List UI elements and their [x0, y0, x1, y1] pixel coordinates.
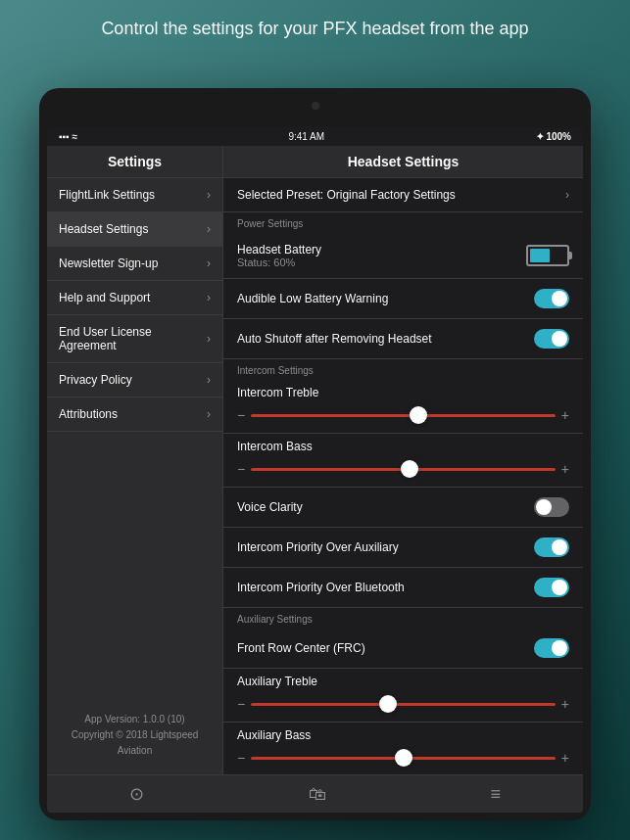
minus-icon: − [237, 750, 245, 766]
status-bar: ▪▪▪ ≈ 9:41 AM ✦ 100% [47, 127, 583, 146]
minus-icon: − [237, 461, 245, 477]
aux-bass-slider-wrap: − + [237, 750, 569, 766]
aux-treble-track[interactable] [251, 703, 556, 706]
tablet-frame: ▪▪▪ ≈ 9:41 AM ✦ 100% Settings Headset Se… [39, 88, 591, 820]
sidebar-item-flightlink[interactable]: FlightLink Settings › [47, 178, 222, 212]
plus-icon: + [561, 750, 569, 766]
tab-icon-bag[interactable]: 🛍 [309, 784, 326, 805]
intercom-bt-toggle[interactable] [534, 578, 569, 597]
aux-treble-label: Auxiliary Treble [237, 675, 569, 688]
intercom-settings-header: Intercom Settings [223, 359, 583, 380]
intercom-treble-thumb[interactable] [410, 406, 427, 424]
frc-toggle[interactable] [534, 638, 569, 658]
intercom-bt-row: Intercom Priority Over Bluetooth [223, 568, 583, 608]
aux-bass-label: Auxiliary Bass [237, 728, 569, 742]
intercom-aux-toggle[interactable] [534, 537, 569, 557]
intercom-bass-thumb[interactable] [401, 460, 418, 478]
battery-icon [526, 245, 569, 266]
aux-bass-thumb[interactable] [395, 749, 412, 767]
app-version: App Version: 1.0.0 (10) [59, 712, 211, 727]
minus-icon: − [237, 407, 245, 423]
nav-bar: Settings Headset Settings [47, 146, 583, 178]
battery-fill [530, 249, 550, 262]
sidebar-item-headset[interactable]: Headset Settings › [47, 212, 222, 247]
sidebar-item-attributions[interactable]: Attributions › [47, 397, 222, 432]
auto-shutoff-toggle[interactable] [534, 329, 569, 349]
auto-shutoff-row: Auto Shutoff after Removing Headset [223, 319, 583, 359]
sidebar-item-privacy[interactable]: Privacy Policy › [47, 363, 222, 397]
intercom-treble-label: Intercom Treble [237, 386, 569, 399]
intercom-bass-container: Intercom Bass − + [223, 434, 583, 488]
auxiliary-settings-header: Auxiliary Settings [223, 608, 583, 629]
chevron-icon: › [565, 188, 569, 202]
audible-battery-toggle[interactable] [534, 289, 569, 308]
aux-bass-track[interactable] [251, 757, 556, 760]
power-settings-header: Power Settings [223, 212, 583, 233]
sidebar-item-eula[interactable]: End User License Agreement › [47, 315, 222, 363]
voice-clarity-row: Voice Clarity [223, 488, 583, 528]
intercom-treble-track[interactable] [251, 414, 556, 417]
tab-icon-settings[interactable]: ⊙ [129, 783, 144, 805]
chevron-icon: › [207, 291, 211, 304]
plus-icon: + [561, 407, 569, 423]
sidebar-item-help[interactable]: Help and Support › [47, 281, 222, 315]
frc-row: Front Row Center (FRC) [223, 629, 583, 669]
chevron-icon: › [207, 222, 211, 236]
aux-treble-thumb[interactable] [379, 695, 397, 713]
tablet-screen: ▪▪▪ ≈ 9:41 AM ✦ 100% Settings Headset Se… [47, 127, 583, 813]
camera-dot [312, 102, 319, 110]
plus-icon: + [561, 696, 569, 712]
header-text: Control the settings for your PFX headse… [0, 0, 630, 54]
tab-bar: ⊙ 🛍 ≡ [47, 774, 583, 813]
chevron-icon: › [207, 257, 211, 270]
sidebar-item-newsletter[interactable]: Newsletter Sign-up › [47, 247, 222, 281]
selected-preset-row[interactable]: Selected Preset: Original Factory Settin… [223, 178, 583, 212]
aux-treble-container: Auxiliary Treble − + [223, 669, 583, 723]
nav-right-title: Headset Settings [223, 146, 583, 177]
tab-icon-menu[interactable]: ≡ [491, 784, 502, 805]
chevron-icon: › [207, 373, 211, 387]
voice-clarity-toggle[interactable] [534, 497, 569, 517]
sidebar-footer: App Version: 1.0.0 (10) Copyright © 2018… [47, 696, 222, 774]
right-panel: Selected Preset: Original Factory Settin… [223, 178, 583, 774]
headset-battery-row: Headset Battery Status: 60% [223, 233, 583, 279]
clock: 9:41 AM [288, 131, 324, 142]
intercom-bass-slider-wrap: − + [237, 461, 569, 477]
sidebar: FlightLink Settings › Headset Settings ›… [47, 178, 223, 774]
content-area: FlightLink Settings › Headset Settings ›… [47, 178, 583, 774]
chevron-icon: › [207, 332, 211, 346]
signal-indicator: ▪▪▪ ≈ [59, 131, 77, 142]
intercom-bass-track[interactable] [251, 468, 556, 471]
aux-treble-slider-wrap: − + [237, 696, 569, 712]
minus-icon: − [237, 696, 245, 712]
intercom-treble-container: Intercom Treble − + [223, 380, 583, 434]
nav-left-title: Settings [47, 146, 223, 177]
plus-icon: + [561, 461, 569, 477]
battery-status: ✦ 100% [536, 131, 571, 142]
aux-bass-container: Auxiliary Bass − + [223, 723, 583, 774]
intercom-aux-row: Intercom Priority Over Auxiliary [223, 528, 583, 568]
chevron-icon: › [207, 407, 211, 421]
copyright-text: Copyright © 2018 Lightspeed Aviation [59, 727, 211, 759]
intercom-treble-slider-wrap: − + [237, 407, 569, 423]
intercom-bass-label: Intercom Bass [237, 440, 569, 453]
chevron-icon: › [207, 188, 211, 202]
headset-battery-info: Headset Battery Status: 60% [237, 243, 321, 268]
audible-battery-row: Audible Low Battery Warning [223, 279, 583, 319]
